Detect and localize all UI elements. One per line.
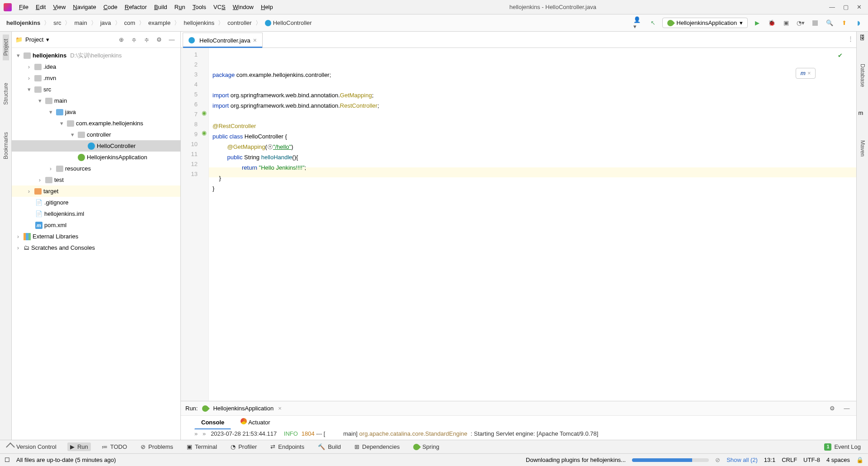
tool-terminal[interactable]: ▣ Terminal [184, 442, 220, 451]
maximize-icon[interactable]: ▢ [843, 4, 849, 10]
maven-icon[interactable]: m [859, 109, 867, 118]
tree-item[interactable]: ▾com.example.hellojenkins [12, 118, 180, 129]
tool-endpoints[interactable]: ⇄ Endpoints [268, 442, 307, 451]
tree-item[interactable]: ›External Libraries [12, 231, 180, 242]
run-button[interactable]: ▶ [752, 18, 762, 28]
tool-structure[interactable]: Structure [3, 78, 9, 109]
maven-reload-badge[interactable]: m× [796, 68, 816, 79]
stop-button[interactable] [810, 18, 820, 28]
run-tab-actuator[interactable]: Actuator [234, 415, 277, 429]
menu-build[interactable]: Build [151, 2, 171, 12]
tree-item[interactable]: ›test [12, 174, 180, 185]
close-icon[interactable]: ✕ [857, 4, 862, 10]
menu-help[interactable]: Help [257, 2, 277, 12]
tree-item[interactable]: 📄hellojenkins.iml [12, 208, 180, 219]
tree-item[interactable]: ▾java [12, 106, 180, 118]
spring-gutter-icon[interactable]: ◉ [199, 129, 207, 137]
lock-icon[interactable]: 🔒 [856, 456, 863, 463]
tree-root[interactable]: ▾hellojenkinsD:\实训\hellojenkins [12, 50, 180, 61]
tree-item[interactable]: ›🗂Scratches and Consoles [12, 242, 180, 253]
hide-icon[interactable]: — [167, 35, 177, 45]
tree-item[interactable]: ›.mvn [12, 72, 180, 84]
user-icon[interactable]: 👤▾ [633, 18, 643, 28]
run-console[interactable]: » » 2023-07-28 21:53:44.117 INFO 1804 --… [181, 429, 856, 440]
menu-edit[interactable]: Edit [32, 2, 49, 12]
update-icon[interactable]: ⬆ [839, 18, 849, 28]
menu-file[interactable]: File [15, 2, 32, 12]
tree-item-selected[interactable]: HelloController [12, 140, 180, 152]
breadcrumb-item[interactable]: hellojenkins [182, 19, 216, 27]
cancel-progress-icon[interactable]: ⊘ [715, 456, 720, 463]
tree-item[interactable]: HellojenkinsApplication [12, 152, 180, 163]
tree-item[interactable]: ▾controller [12, 129, 180, 140]
project-tree[interactable]: ▾hellojenkinsD:\实训\hellojenkins ›.idea ›… [12, 48, 180, 440]
line-separator[interactable]: CRLF [782, 456, 797, 463]
profile-button[interactable]: ◔▾ [796, 18, 806, 28]
editor-gutter[interactable]: 123456 78910111213 ◉ ◉ [181, 48, 209, 401]
tool-dependencies[interactable]: ⊞ Dependencies [352, 442, 402, 451]
ide-icon[interactable]: ◗ [854, 18, 863, 28]
locate-icon[interactable]: ⊕ [116, 35, 126, 45]
encoding[interactable]: UTF-8 [803, 456, 820, 463]
tool-vcs[interactable]: Version Control [5, 442, 59, 451]
ok-check-icon[interactable]: ✔ [838, 51, 843, 61]
indent[interactable]: 4 spaces [826, 456, 850, 463]
tool-database[interactable]: Database [859, 59, 866, 91]
gear-icon[interactable]: ⚙ [827, 404, 837, 414]
db-icon[interactable]: 🗄 [859, 34, 865, 41]
close-run-tab-icon[interactable]: × [278, 405, 282, 412]
debug-button[interactable]: 🐞 [767, 18, 777, 28]
tool-bookmarks[interactable]: Bookmarks [3, 128, 9, 164]
menu-run[interactable]: Run [171, 2, 189, 12]
breadcrumb-item[interactable]: src [52, 19, 63, 27]
tree-item[interactable]: ▾main [12, 95, 180, 106]
editor-tab[interactable]: HelloController.java × [183, 33, 263, 48]
gear-icon[interactable]: ⚙ [154, 35, 164, 45]
tool-project[interactable]: Project [3, 34, 9, 60]
tree-item[interactable]: ▾src [12, 84, 180, 95]
tabs-more-icon[interactable]: ⋮ [848, 35, 854, 42]
tool-spring[interactable]: Spring [410, 442, 442, 451]
close-tab-icon[interactable]: × [253, 37, 257, 44]
expand-icon[interactable]: ≑ [129, 35, 139, 45]
menu-view[interactable]: View [49, 2, 69, 12]
search-icon[interactable]: 🔍 [825, 18, 835, 28]
project-title[interactable]: Project [25, 36, 43, 43]
vcs-status-icon[interactable]: ☐ [5, 456, 10, 463]
tool-run[interactable]: ▶ Run [67, 442, 91, 451]
breadcrumb-item[interactable]: HelloController [263, 19, 314, 28]
breadcrumb-item[interactable]: hellojenkins [5, 19, 42, 27]
chevron-down-icon[interactable]: ▾ [46, 36, 49, 43]
show-all-link[interactable]: Show all (2) [726, 456, 758, 463]
code-editor[interactable]: package com.example.hellojenkins.control… [209, 48, 856, 401]
breadcrumb-item[interactable]: example [146, 19, 172, 27]
tool-build[interactable]: 🔨 Build [315, 442, 344, 451]
tool-problems[interactable]: ⊘ Problems [138, 442, 176, 451]
tool-maven[interactable]: Maven [859, 136, 866, 161]
menu-navigate[interactable]: Navigate [69, 2, 99, 12]
menu-window[interactable]: Window [229, 2, 257, 12]
event-log[interactable]: 1 Event Log [821, 442, 863, 452]
build-icon[interactable]: ↖ [648, 18, 658, 28]
tool-todo[interactable]: ≔ TODO [99, 442, 130, 451]
caret-position[interactable]: 13:1 [764, 456, 775, 463]
breadcrumb-item[interactable]: main [72, 19, 89, 27]
tree-item[interactable]: 📄.gitignore [12, 197, 180, 208]
breadcrumb-item[interactable]: com [123, 19, 137, 27]
menu-code[interactable]: Code [100, 2, 121, 12]
tree-item[interactable]: ›.idea [12, 61, 180, 72]
run-config-selector[interactable]: HellojenkinsApplication ▾ [662, 18, 748, 28]
menu-refactor[interactable]: Refactor [121, 2, 151, 12]
breadcrumb-item[interactable]: controller [226, 19, 253, 27]
menu-tools[interactable]: Tools [189, 2, 210, 12]
collapse-icon[interactable]: ≑ [142, 35, 151, 45]
tool-profiler[interactable]: ◔ Profiler [228, 442, 259, 451]
hide-icon[interactable]: — [842, 404, 852, 414]
coverage-button[interactable]: ▣ [781, 18, 791, 28]
run-tab-console[interactable]: Console [194, 416, 231, 429]
tree-item[interactable]: mpom.xml [12, 219, 180, 231]
minimize-icon[interactable]: — [829, 4, 835, 10]
tree-item[interactable]: ›resources [12, 163, 180, 174]
menu-vcs[interactable]: VCS [210, 2, 229, 12]
spring-gutter-icon[interactable]: ◉ [199, 109, 207, 117]
